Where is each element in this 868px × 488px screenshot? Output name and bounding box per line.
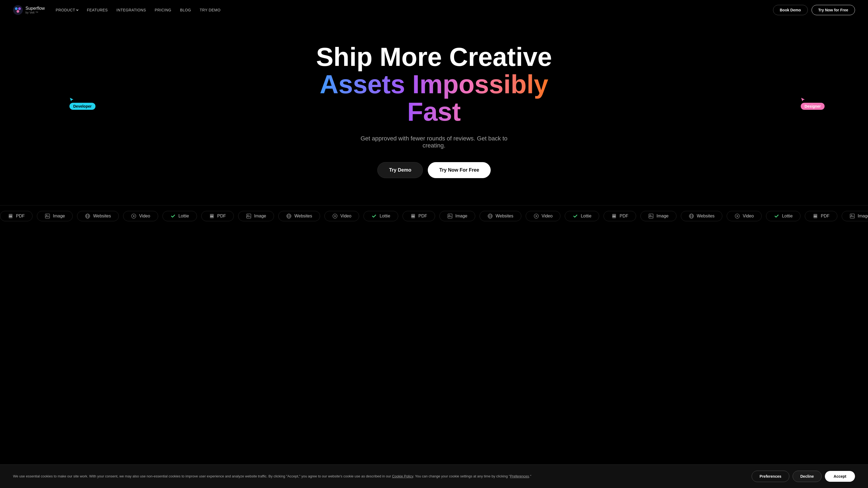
ticker-item-label: Image — [858, 214, 868, 219]
cookie-text: We use essential cookies to make our sit… — [13, 474, 531, 479]
ticker-item: Websites — [479, 211, 521, 221]
developer-cursor-icon — [69, 97, 74, 102]
hero-buttons: Try Demo Try Now For Free — [377, 162, 490, 178]
pdf-icon: PDF — [8, 214, 13, 219]
nav-item-features[interactable]: FEATURES — [87, 8, 108, 12]
svg-point-16 — [247, 215, 248, 216]
svg-text:PDF: PDF — [9, 216, 12, 217]
accept-button[interactable]: Accept — [825, 471, 855, 482]
svg-rect-24 — [448, 214, 452, 218]
cookie-banner: We use essential cookies to make our sit… — [0, 464, 868, 488]
lottie-icon — [774, 214, 779, 219]
lottie-icon — [572, 214, 578, 219]
websites-icon — [488, 214, 493, 219]
book-demo-button[interactable]: Book Demo — [773, 5, 808, 15]
ticker-item: Websites — [278, 211, 320, 221]
developer-cursor-badge: Developer — [69, 97, 95, 110]
websites-icon — [85, 214, 90, 219]
ticker-item-label: PDF — [418, 214, 427, 219]
nav-item-product[interactable]: PRODUCT — [56, 8, 78, 12]
ticker-item: PDFPDF — [403, 211, 435, 221]
svg-rect-42 — [850, 214, 855, 218]
ticker-item-label: Websites — [697, 214, 715, 219]
ticker-item-label: Lottie — [782, 214, 793, 219]
try-demo-button[interactable]: Try Demo — [377, 162, 423, 178]
designer-cursor-badge: Designer — [801, 97, 825, 110]
logo-sub: by Velt ™ — [26, 11, 45, 14]
image-icon — [45, 214, 50, 219]
lottie-icon — [170, 214, 176, 219]
svg-point-43 — [851, 215, 852, 216]
pdf-icon: PDF — [209, 214, 215, 219]
ticker-item-label: PDF — [821, 214, 830, 219]
svg-marker-30 — [536, 215, 538, 217]
svg-marker-12 — [133, 215, 135, 217]
svg-text:PDF: PDF — [411, 216, 415, 217]
hero-section: Developer Designer Ship More Creative As… — [0, 0, 868, 194]
svg-marker-21 — [335, 215, 336, 217]
ticker-item: PDFPDF — [201, 211, 234, 221]
video-icon — [735, 214, 740, 219]
logo-name: Superflow — [26, 6, 45, 11]
svg-rect-15 — [247, 214, 251, 218]
hero-headline-line2: Assets Impossibly Fast — [312, 71, 556, 126]
cookie-policy-link[interactable]: Cookie Policy — [392, 474, 413, 478]
websites-icon — [286, 214, 291, 219]
svg-point-7 — [46, 215, 47, 216]
ticker-item: Video — [526, 211, 561, 221]
video-icon — [533, 214, 539, 219]
navbar: Superflow by Velt ™ PRODUCT FEATURES INT… — [0, 0, 868, 20]
ticker-item-label: Video — [743, 214, 754, 219]
ticker-item-label: Image — [254, 214, 266, 219]
nav-item-pricing[interactable]: PRICING — [155, 8, 171, 12]
hero-headline-line1: Ship More Creative — [316, 42, 552, 71]
ticker-item-label: Websites — [496, 214, 514, 219]
try-now-free-button[interactable]: Try Now For Free — [428, 162, 490, 178]
hero-subtext: Get approved with fewer rounds of review… — [352, 135, 516, 149]
image-icon — [849, 214, 855, 219]
logo[interactable]: Superflow by Velt ™ — [13, 5, 45, 15]
ticker-item-label: Image — [53, 214, 65, 219]
ticker-item: PDFPDF — [603, 211, 636, 221]
ticker-item: PDFPDF — [0, 211, 33, 221]
nav-item-integrations[interactable]: INTEGRATIONS — [116, 8, 146, 12]
developer-badge-label: Developer — [69, 103, 95, 110]
svg-point-2 — [18, 7, 21, 10]
video-icon — [131, 214, 136, 219]
nav-links: PRODUCT FEATURES INTEGRATIONS PRICING BL… — [56, 8, 220, 12]
ticker-item: Image — [842, 211, 868, 221]
ticker-item-label: Websites — [294, 214, 312, 219]
ticker-section: PDFPDFImageWebsitesVideoLottiePDFPDFImag… — [0, 205, 868, 227]
pdf-icon: PDF — [410, 214, 416, 219]
ticker-track: PDFPDFImageWebsitesVideoLottiePDFPDFImag… — [0, 211, 868, 221]
decline-button[interactable]: Decline — [793, 470, 822, 482]
ticker-item: Image — [37, 211, 73, 221]
ticker-item: Image — [439, 211, 475, 221]
ticker-item-label: PDF — [16, 214, 25, 219]
svg-marker-39 — [737, 215, 739, 217]
nav-actions: Book Demo Try Now for Free — [773, 5, 855, 15]
ticker-item: Lottie — [162, 211, 197, 221]
designer-badge-label: Designer — [801, 103, 825, 110]
preferences-button[interactable]: Preferences — [752, 470, 789, 482]
ticker-item: PDFPDF — [805, 211, 837, 221]
hero-headline: Ship More Creative Assets Impossibly Fas… — [312, 43, 556, 125]
svg-text:PDF: PDF — [814, 216, 817, 217]
preferences-link[interactable]: Preferences — [510, 474, 529, 478]
ticker-item-label: Video — [139, 214, 150, 219]
nav-item-blog[interactable]: BLOG — [180, 8, 191, 12]
ticker-item-label: PDF — [217, 214, 226, 219]
image-icon — [246, 214, 251, 219]
ticker-item: Image — [238, 211, 274, 221]
ticker-item: Lottie — [565, 211, 599, 221]
ticker-item: Lottie — [364, 211, 398, 221]
ticker-item-label: Video — [340, 214, 351, 219]
ticker-item-label: Image — [456, 214, 467, 219]
svg-point-25 — [448, 215, 450, 216]
ticker-item: Websites — [681, 211, 723, 221]
designer-cursor-icon — [801, 97, 805, 102]
try-free-nav-button[interactable]: Try Now for Free — [812, 5, 855, 15]
nav-item-try-demo[interactable]: TRY DEMO — [199, 8, 220, 12]
ticker-item: Video — [324, 211, 360, 221]
svg-text:PDF: PDF — [613, 216, 616, 217]
